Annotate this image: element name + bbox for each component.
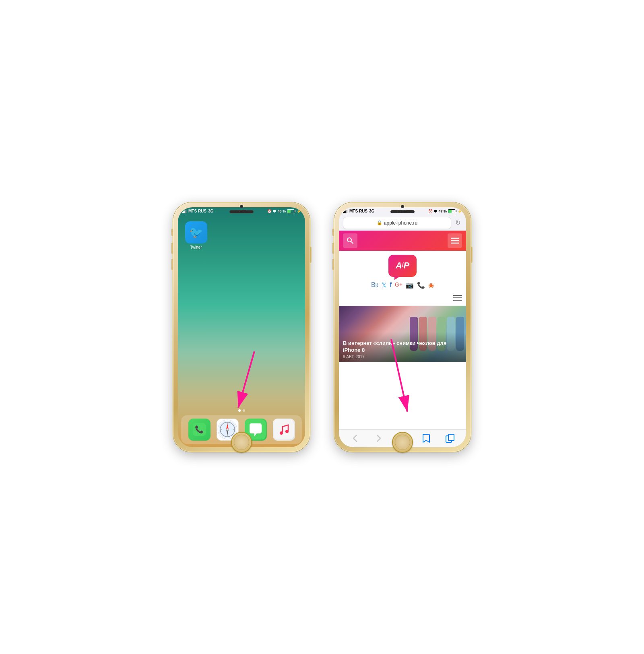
home-grid: 🐦 Twitter [178, 215, 305, 415]
mute-switch[interactable] [171, 229, 173, 236]
svg-text:📞: 📞 [195, 425, 204, 434]
battery-percent-2: 47 % [438, 209, 447, 213]
front-camera-2 [401, 205, 404, 208]
article-overlay: В интернет «слили» снимки чехлов для iPh… [339, 332, 466, 362]
network-type-2: 3G [369, 209, 374, 213]
signal-bar-2 [183, 211, 184, 213]
power-button-2[interactable] [471, 247, 473, 263]
signal-bar-2-3 [345, 210, 346, 213]
signal-bars-2 [343, 209, 347, 213]
svg-rect-28 [448, 434, 454, 441]
phone2-screen: MTS RUS 3G 14:58 ⏰ ✱ 47 % ⚡ [339, 207, 466, 447]
status-right: ⏰ ✱ 48 % ⚡ [267, 209, 301, 213]
url-text[interactable]: apple-iphone.ru [384, 220, 417, 226]
url-bar[interactable]: 🔒 apple-iphone.ru [343, 217, 451, 229]
signal-bar-1 [182, 212, 183, 213]
site-nav-bar [339, 291, 466, 306]
article-image: В интернет «слили» снимки чехлов для iPh… [339, 306, 466, 362]
svg-point-13 [280, 431, 283, 435]
phone-2: MTS RUS 3G 14:58 ⏰ ✱ 47 % ⚡ [334, 202, 471, 452]
lock-icon: 🔒 [377, 220, 382, 225]
signal-bar-4 [186, 210, 186, 213]
social-icons-row: Вк 𝕏 f G+ 📷 📞 ◉ [339, 279, 466, 291]
status-left-2: MTS RUS 3G [343, 209, 374, 213]
site-nav-hamburger[interactable] [453, 294, 462, 303]
status-left: MTS RUS 3G [182, 209, 213, 213]
signal-bar-2-1 [343, 212, 344, 213]
site-search-button[interactable] [343, 233, 357, 248]
reload-button[interactable]: ↻ [454, 217, 462, 228]
earpiece-speaker-2 [390, 210, 415, 213]
volume-up-button[interactable] [171, 243, 173, 254]
bluetooth-icon-2: ✱ [434, 209, 437, 213]
alarm-icon: ⏰ [267, 209, 272, 213]
carrier-name-2: MTS RUS [349, 209, 367, 213]
article-title: В интернет «слили» снимки чехлов для iPh… [343, 340, 462, 354]
charging-icon: ⚡ [297, 209, 301, 213]
page-dots [182, 408, 301, 413]
safari-url-bar: 🔒 apple-iphone.ru ↻ [339, 215, 466, 231]
back-button[interactable] [347, 430, 363, 446]
hamburger-icon [451, 237, 459, 244]
logo-a: A [396, 260, 402, 271]
home-button-2[interactable] [392, 432, 413, 453]
power-button[interactable] [310, 247, 312, 263]
twitter-bird-icon: 🐦 [189, 226, 203, 239]
aip-logo-section: A i P [339, 251, 466, 279]
phones-container: MTS RUS 3G 14:57 ⏰ ✱ 48 % ⚡ [173, 202, 471, 452]
forward-button[interactable] [371, 430, 387, 446]
charging-icon-2: ⚡ [458, 209, 462, 213]
page-dot-1 [238, 409, 241, 412]
instagram-social-icon[interactable]: 📷 [406, 281, 414, 289]
home-button-inner [234, 435, 249, 450]
volume-up-button-2[interactable] [332, 243, 334, 254]
volume-down-button[interactable] [171, 259, 173, 270]
tabs-button[interactable] [442, 430, 458, 446]
earpiece-speaker [229, 210, 254, 213]
dock-phone-app[interactable]: 📞 [188, 419, 211, 441]
bookmarks-button[interactable] [418, 430, 434, 446]
page-dot-2 [243, 409, 245, 412]
logo-p: P [404, 260, 410, 271]
phone1-screen: MTS RUS 3G 14:57 ⏰ ✱ 48 % ⚡ [178, 207, 305, 447]
app-twitter[interactable]: 🐦 Twitter [182, 221, 210, 250]
site-menu-button[interactable] [448, 233, 462, 248]
signal-bar-2-4 [347, 210, 347, 213]
front-camera [240, 205, 243, 208]
article-card[interactable]: В интернет «слили» снимки чехлов для iPh… [339, 306, 466, 362]
twitter-social-icon[interactable]: 𝕏 [382, 281, 387, 289]
back-icon [353, 434, 357, 442]
music-icon-svg [274, 419, 294, 439]
dock-music-app[interactable] [273, 419, 295, 441]
googleplus-social-icon[interactable]: G+ [395, 281, 402, 289]
battery-indicator-2 [448, 209, 456, 213]
vk-social-icon[interactable]: Вк [371, 281, 378, 289]
rss-social-icon[interactable]: ◉ [428, 281, 434, 289]
home-button[interactable] [231, 432, 252, 453]
mute-switch-2[interactable] [332, 229, 334, 236]
signal-bars [182, 209, 186, 213]
status-right-2: ⏰ ✱ 47 % ⚡ [428, 209, 462, 213]
article-date: 9 АВГ, 2017 [343, 355, 462, 359]
bookmarks-icon [422, 433, 431, 443]
website-content: A i P Вк 𝕏 f G+ 📷 📞 ◉ [339, 231, 466, 429]
search-icon [347, 237, 354, 244]
aip-logo-bubble: A i P [388, 255, 417, 277]
volume-down-button-2[interactable] [332, 259, 334, 270]
twitter-app-icon[interactable]: 🐦 [185, 221, 207, 243]
phone-icon-svg: 📞 [193, 423, 206, 436]
network-type: 3G [208, 209, 213, 213]
twitter-app-label: Twitter [190, 245, 202, 250]
site-header-bar [339, 231, 466, 251]
svg-line-18 [351, 241, 353, 243]
site-nav-hamburger-icon [453, 295, 462, 301]
phone-1: MTS RUS 3G 14:57 ⏰ ✱ 48 % ⚡ [173, 202, 310, 452]
svg-point-14 [285, 430, 289, 433]
phone-social-icon[interactable]: 📞 [417, 281, 425, 289]
forward-icon [376, 434, 381, 442]
tabs-icon [446, 434, 454, 443]
facebook-social-icon[interactable]: f [390, 281, 392, 289]
svg-rect-12 [274, 419, 294, 439]
bluetooth-icon: ✱ [273, 209, 276, 213]
signal-bar-3 [184, 210, 185, 213]
